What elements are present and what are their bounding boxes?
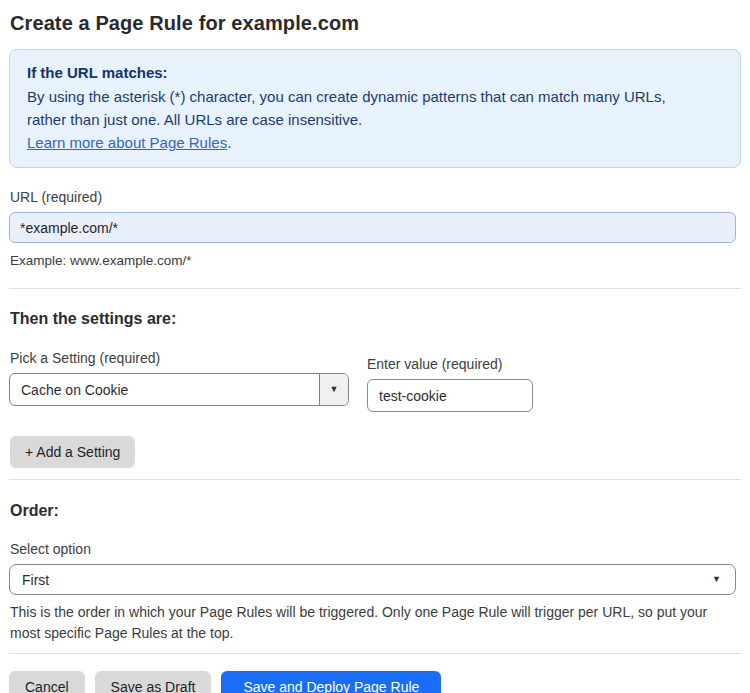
order-select[interactable]: First ▼ — [9, 564, 736, 595]
info-box-link-line: Learn more about Page Rules. — [27, 131, 723, 154]
learn-more-link[interactable]: Learn more about Page Rules — [27, 134, 227, 151]
settings-row: Pick a Setting (required) Cache on Cooki… — [9, 328, 741, 412]
order-helper-text: This is the order in which your Page Rul… — [10, 602, 720, 644]
divider — [9, 479, 741, 480]
setting-value-input[interactable] — [367, 379, 533, 412]
chevron-down-icon: ▼ — [330, 385, 339, 394]
url-example-helper: Example: www.example.com/* — [10, 250, 741, 271]
save-as-draft-button[interactable]: Save as Draft — [95, 671, 212, 693]
page-rule-form: Create a Page Rule for example.com If th… — [0, 0, 750, 693]
save-and-deploy-button[interactable]: Save and Deploy Page Rule — [221, 671, 441, 693]
cancel-button[interactable]: Cancel — [9, 671, 85, 693]
pick-setting-dropdown-button[interactable]: ▼ — [319, 374, 348, 405]
footer-actions: Cancel Save as Draft Save and Deploy Pag… — [9, 671, 741, 693]
url-field-label: URL (required) — [10, 189, 741, 205]
divider — [9, 653, 741, 654]
info-box-heading: If the URL matches: — [27, 61, 723, 84]
url-input[interactable] — [9, 212, 736, 243]
chevron-down-icon: ▼ — [712, 575, 721, 584]
pick-setting-label: Pick a Setting (required) — [10, 350, 349, 366]
info-box-body: By using the asterisk (*) character, you… — [27, 85, 707, 131]
url-match-info-box: If the URL matches: By using the asteris… — [9, 49, 741, 168]
order-section-heading: Order: — [10, 502, 741, 520]
enter-value-column: Enter value (required) — [367, 328, 533, 412]
pick-setting-column: Pick a Setting (required) Cache on Cooki… — [9, 328, 349, 412]
pick-setting-select[interactable]: Cache on Cookie ▼ — [9, 373, 349, 406]
pick-setting-selected-value: Cache on Cookie — [10, 374, 319, 405]
divider — [9, 288, 741, 289]
link-suffix: . — [227, 134, 231, 151]
add-setting-button[interactable]: + Add a Setting — [10, 436, 135, 468]
settings-section-heading: Then the settings are: — [10, 310, 741, 328]
page-title: Create a Page Rule for example.com — [10, 12, 741, 35]
order-select-label: Select option — [10, 541, 741, 557]
order-selected-value: First — [22, 572, 49, 588]
enter-value-label: Enter value (required) — [367, 356, 533, 372]
